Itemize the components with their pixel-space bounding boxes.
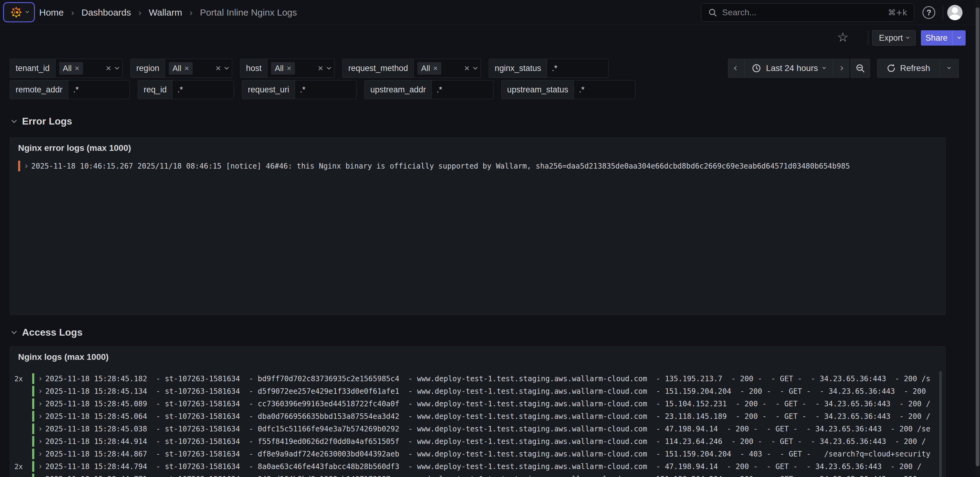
- breadcrumb-separator-icon: ›: [71, 7, 74, 18]
- selected-value-chip[interactable]: All ×: [169, 62, 192, 74]
- time-range-button[interactable]: Last 24 hours: [744, 59, 833, 78]
- time-range-label: Last 24 hours: [766, 63, 818, 73]
- time-shift-forward-button[interactable]: [833, 59, 849, 78]
- zoom-out-time-button[interactable]: [850, 59, 870, 78]
- chevron-right-icon: [839, 66, 843, 70]
- filter-label: region: [131, 59, 165, 78]
- clear-filter-icon[interactable]: ×: [106, 63, 111, 73]
- log-row[interactable]: 2025-11-18 15:28:45.134 - st-107263-1581…: [10, 385, 945, 398]
- log-text: 2025-11-18 15:28:44.771 - st-107263-1581…: [45, 475, 917, 477]
- panel-scrollbar-thumb[interactable]: [939, 371, 942, 477]
- share-button[interactable]: Share: [921, 30, 952, 46]
- help-button[interactable]: ?: [923, 6, 935, 19]
- clear-filter-icon[interactable]: ×: [318, 63, 323, 73]
- breadcrumb-dashboards[interactable]: Dashboards: [81, 7, 131, 18]
- chip-remove-icon[interactable]: ×: [286, 64, 291, 72]
- breadcrumb-home[interactable]: Home: [39, 7, 64, 18]
- filter-regex-input[interactable]: [300, 85, 351, 95]
- search-box[interactable]: ⌘+k: [701, 3, 914, 22]
- log-text: 2025-11-18 15:28:44.867 - st-107263-1581…: [45, 450, 931, 458]
- chip-label: All: [275, 63, 283, 73]
- chevron-down-icon[interactable]: [115, 65, 119, 70]
- dedup-count: 2x: [14, 463, 32, 471]
- section-header-access-logs[interactable]: Access Logs: [12, 326, 83, 339]
- grafana-logo-button[interactable]: [3, 2, 35, 22]
- expand-caret-icon: [38, 377, 41, 380]
- filter-regex-input[interactable]: [73, 85, 125, 95]
- breadcrumb-wallarm[interactable]: Wallarm: [149, 7, 182, 18]
- chevron-down-icon[interactable]: [224, 65, 229, 70]
- log-text: 2025-11-18 15:28:44.914 - st-107263-1581…: [45, 437, 926, 446]
- export-button[interactable]: Export: [872, 30, 916, 46]
- filter-req-id: req_id: [138, 80, 234, 99]
- log-level-bar: [32, 398, 34, 409]
- help-icon: ?: [926, 8, 931, 17]
- share-menu-button[interactable]: [952, 30, 966, 46]
- log-row[interactable]: 2025-11-18 10:46:15.267 2025/11/18 08:46…: [10, 160, 945, 172]
- breadcrumb-separator-icon: ›: [138, 7, 142, 18]
- filter-label: req_id: [138, 81, 172, 99]
- selected-value-chip[interactable]: All ×: [271, 62, 295, 74]
- expand-caret-icon: [38, 465, 41, 468]
- grafana-dashboard: Home › Dashboards › Wallarm › Portal Inl…: [0, 0, 980, 477]
- time-shift-back-button[interactable]: [728, 59, 745, 78]
- refresh-button[interactable]: Refresh: [877, 59, 940, 78]
- filter-regex-input[interactable]: [552, 63, 603, 73]
- log-row[interactable]: 2025-11-18 15:28:44.771 - st-107263-1581…: [10, 473, 945, 477]
- filter-regex-input[interactable]: [579, 85, 630, 95]
- section-header-error-logs[interactable]: Error Logs: [12, 114, 72, 128]
- log-level-bar: [32, 411, 34, 422]
- logo-caret-down-icon: [25, 10, 29, 13]
- log-row[interactable]: 2025-11-18 15:28:44.914 - st-107263-1581…: [10, 435, 945, 448]
- log-row[interactable]: 2025-11-18 15:28:44.867 - st-107263-1581…: [10, 448, 945, 460]
- selected-value-chip[interactable]: All ×: [417, 62, 441, 74]
- time-picker-group: Last 24 hours: [728, 59, 849, 78]
- selected-value-chip[interactable]: All ×: [59, 62, 83, 74]
- filter-regex-input[interactable]: [177, 85, 229, 95]
- chip-remove-icon[interactable]: ×: [433, 64, 438, 72]
- filter-label: tenant_id: [10, 59, 56, 78]
- log-level-bar: [18, 161, 20, 171]
- chevron-down-icon[interactable]: [473, 65, 477, 70]
- user-avatar[interactable]: [947, 5, 963, 20]
- clock-icon: [752, 63, 761, 73]
- chip-remove-icon[interactable]: ×: [75, 64, 79, 72]
- chip-remove-icon[interactable]: ×: [185, 64, 189, 72]
- log-row[interactable]: 2025-11-18 15:28:45.064 - st-107263-1581…: [10, 410, 945, 423]
- window-scrollbar-thumb[interactable]: [976, 7, 979, 466]
- filter-value-dropdown[interactable]: All × ×: [56, 59, 122, 78]
- log-row[interactable]: 2025-11-18 15:28:45.089 - st-107263-1581…: [10, 398, 945, 410]
- filter-nginx-status: nginx_status: [489, 59, 609, 78]
- filter-value-dropdown[interactable]: All × ×: [267, 59, 334, 78]
- expand-caret-icon: [38, 415, 41, 418]
- filter-regex-input[interactable]: [437, 85, 488, 95]
- log-row[interactable]: 2x 2025-11-18 15:28:44.794 - st-107263-1…: [10, 460, 945, 473]
- filter-upstream-addr: upstream_addr: [364, 80, 493, 99]
- log-text: 2025-11-18 10:46:15.267 2025/11/18 08:46…: [31, 162, 850, 170]
- filter-label: upstream_addr: [365, 81, 432, 99]
- log-row[interactable]: 2x 2025-11-18 15:28:45.182 - st-107263-1…: [10, 372, 945, 385]
- chevron-down-icon: [957, 35, 961, 39]
- export-label: Export: [879, 33, 903, 43]
- chevron-down-icon[interactable]: [327, 65, 331, 70]
- clear-filter-icon[interactable]: ×: [464, 63, 470, 73]
- log-level-bar: [32, 373, 34, 384]
- search-input[interactable]: [722, 8, 883, 17]
- filter-value-dropdown[interactable]: All × ×: [414, 59, 480, 78]
- clear-filter-icon[interactable]: ×: [216, 63, 221, 73]
- filter-label: nginx_status: [489, 59, 547, 78]
- log-rows: 2x 2025-11-18 15:28:45.182 - st-107263-1…: [10, 372, 945, 477]
- filter-request-method: request_method All × ×: [342, 59, 481, 78]
- filter-label: remote_addr: [10, 81, 68, 99]
- filters-row-2: remote_addr req_id request_uri upstream_…: [10, 80, 643, 99]
- refresh-interval-button[interactable]: [939, 59, 959, 78]
- log-row[interactable]: 2025-11-18 15:28:45.038 - st-107263-1581…: [10, 423, 945, 435]
- filter-value-dropdown[interactable]: All × ×: [165, 59, 232, 78]
- chip-label: All: [63, 63, 72, 73]
- log-level-bar: [32, 474, 34, 477]
- filter-tenant-id: tenant_id All × ×: [10, 59, 123, 78]
- favorite-star-icon[interactable]: ☆: [835, 29, 850, 45]
- search-shortcut-hint: ⌘+k: [888, 8, 907, 17]
- chevron-left-icon: [734, 66, 738, 70]
- toolbar-divider: [868, 31, 869, 45]
